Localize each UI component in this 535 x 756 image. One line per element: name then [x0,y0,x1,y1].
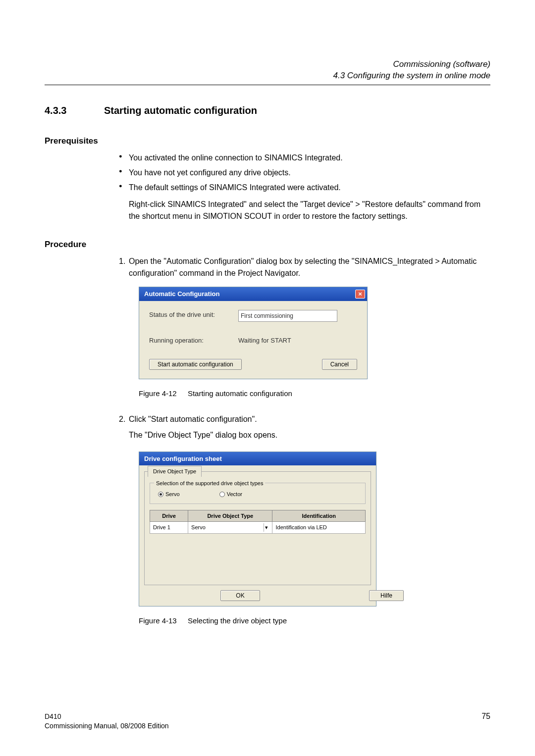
radio-servo[interactable]: Servo [158,490,180,499]
prereq-heading: Prerequisites [45,136,490,146]
cell-identification[interactable]: Identification via LED [272,522,366,534]
section-number: 4.3.3 [45,105,104,116]
prereq-item: You activated the online connection to S… [119,152,490,164]
radio-vector-label: Vector [227,490,242,499]
col-header-identification: Identification [272,510,366,522]
drive-table: Drive Drive Object Type Identification D… [150,510,366,578]
tab-drive-object-type[interactable]: Drive Object Type [148,466,202,477]
procedure-step-2: Click "Start automatic configuration". T… [119,413,490,627]
subsection-path: 4.3 Configuring the system in online mod… [45,71,490,81]
col-header-drive: Drive [150,510,188,522]
cell-type-select[interactable]: Servo ▾ [188,522,272,534]
step2-text: Click "Start automatic configuration". [129,415,257,423]
cancel-button[interactable]: Cancel [322,359,357,370]
prereq-note: Right-click SINAMICS Integrated" and sel… [129,199,490,222]
footer-doc-edition: Commissioning Manual, 08/2008 Edition [45,721,169,731]
status-value-field: First commissioning [238,310,337,322]
running-value: Waiting for START [238,336,291,346]
running-label: Running operation: [149,336,238,346]
col-header-type: Drive Object Type [188,510,272,522]
chapter-title: Commissioning (software) [45,59,490,69]
step2-subtext: The "Drive Object Type" dialog box opens… [129,429,490,441]
dialog2-title: Drive configuration sheet [144,454,222,464]
cell-drive: Drive 1 [150,522,188,534]
drive-configuration-sheet-dialog: Drive configuration sheet Drive Object T… [139,452,376,607]
radio-vector[interactable]: Vector [219,490,242,499]
chevron-down-icon: ▾ [264,523,269,532]
table-row: Drive 1 Servo ▾ Identification via LED [150,522,366,534]
procedure-step-1: Open the "Automatic Configuration" dialo… [119,255,490,400]
page-number: 75 [482,712,490,731]
close-icon[interactable]: × [355,290,365,299]
radio-icon [219,492,225,497]
start-auto-config-button[interactable]: Start automatic configuration [149,359,242,370]
dialog1-title: Automatic Configuration [144,289,219,299]
figure1-number: Figure 4-12 [139,389,177,398]
section-title: Starting automatic configuration [104,105,257,116]
step1-text: Open the "Automatic Configuration" dialo… [129,257,477,277]
ok-button[interactable]: OK [220,590,260,601]
help-button[interactable]: Hilfe [369,590,404,601]
header-divider [45,85,490,85]
group-box-title: Selection of the supported drive object … [154,479,265,488]
figure1-caption: Starting automatic configuration [188,389,292,398]
footer-doc-id: D410 [45,712,169,722]
prereq-item: The default settings of SINAMICS Integra… [119,182,490,194]
procedure-heading: Procedure [45,240,490,250]
prereq-item: You have not yet configured any drive ob… [119,167,490,179]
status-label: Status of the drive unit: [149,310,238,322]
figure2-caption: Selecting the drive object type [188,616,287,625]
figure2-number: Figure 4-13 [139,616,177,625]
automatic-configuration-dialog: Automatic Configuration × Status of the … [139,287,368,379]
radio-servo-label: Servo [165,490,180,499]
radio-icon [158,492,163,497]
